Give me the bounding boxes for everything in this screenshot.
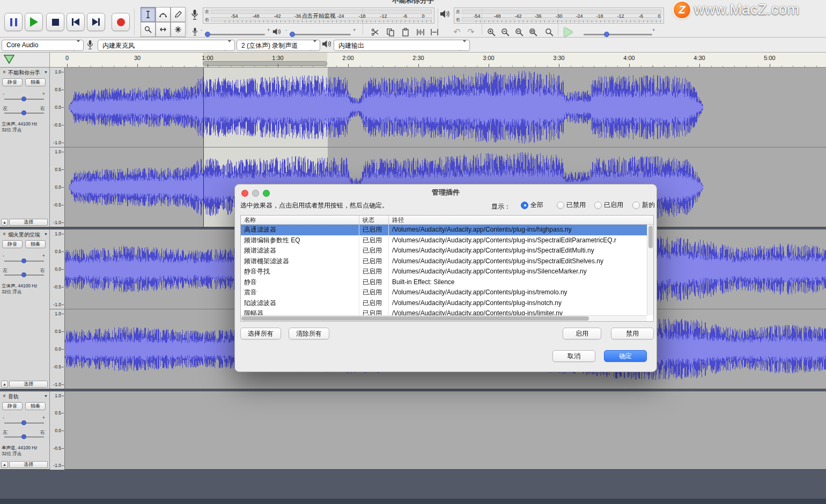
scrollbar-thumb[interactable]	[648, 226, 653, 248]
disable-button[interactable]: 禁用	[611, 328, 654, 339]
plugin-row[interactable]: 频谱滤波器已启用/Volumes/Audacity/Audacity.app/C…	[241, 246, 653, 256]
trim-audio-button[interactable]	[414, 26, 427, 39]
gain-slider[interactable]	[4, 261, 44, 262]
plugin-row[interactable]: 陷波滤波器已启用/Volumes/Audacity/Audacity.app/C…	[241, 298, 653, 309]
track-close-button[interactable]: ×	[2, 231, 7, 237]
slider-thumb[interactable]	[21, 434, 26, 439]
column-header-name[interactable]: 名称	[241, 216, 359, 224]
pan-slider[interactable]	[4, 275, 44, 276]
gain-slider[interactable]	[4, 99, 44, 100]
scrollbar-thumb[interactable]	[241, 316, 589, 321]
table-vertical-scrollbar[interactable]	[647, 225, 653, 315]
undo-button[interactable]: ↶	[451, 26, 463, 39]
mute-button[interactable]: 静音	[2, 402, 23, 410]
slider-thumb[interactable]	[21, 272, 26, 277]
clear-all-button[interactable]: 清除所有	[289, 328, 329, 339]
plugin-row[interactable]: 震音已启用/Volumes/Audacity/Audacity.app/Cont…	[241, 287, 653, 298]
zoom-toggle-button[interactable]	[543, 26, 556, 39]
envelope-tool-button[interactable]	[156, 7, 171, 22]
plugin-row[interactable]: 静音已启用Built-in Effect: Silence	[241, 277, 653, 288]
plugin-row[interactable]: 频谱编辑参数性 EQ已启用/Volumes/Audacity/Audacity.…	[241, 235, 653, 246]
filter-radio-disabled[interactable]: 已禁用	[557, 201, 586, 210]
slider-thumb[interactable]	[21, 420, 26, 425]
pan-slider[interactable]	[4, 436, 44, 438]
collapse-track-button[interactable]: ▲	[1, 381, 8, 388]
play-speed-slider[interactable]	[584, 34, 652, 35]
track-menu-button[interactable]: ▼	[44, 70, 48, 74]
timeline-selection-bar[interactable]	[203, 61, 327, 66]
zoom-in-button[interactable]	[485, 26, 498, 39]
audio-host-select[interactable]: Core Audio	[2, 40, 84, 51]
pan-slider[interactable]	[4, 113, 44, 114]
slider-thumb[interactable]	[21, 97, 26, 101]
playback-meter[interactable]: 左 右 -54-48-42-36-30-24-18-12-60	[454, 8, 664, 24]
solo-button[interactable]: 独奏	[25, 240, 46, 248]
pinned-play-head-button[interactable]	[3, 54, 15, 65]
draw-tool-button[interactable]	[171, 7, 186, 22]
playback-device-select[interactable]: 内建输出	[334, 40, 470, 51]
recording-meter[interactable]: 左 右 点击开始监视 -54-48-42-36-24-18-12-60	[203, 8, 434, 24]
collapse-track-button[interactable]: ▲	[1, 461, 8, 468]
mute-button[interactable]: 静音	[2, 78, 23, 86]
filter-radio-new[interactable]: 新的	[632, 201, 655, 210]
track-close-button[interactable]: ×	[2, 69, 7, 75]
recording-volume-slider[interactable]	[205, 34, 265, 35]
filter-radio-enabled[interactable]: 已启用	[594, 201, 623, 210]
ok-button[interactable]: 确定	[604, 350, 647, 362]
zoom-tool-button[interactable]	[141, 22, 156, 37]
plugin-row[interactable]: 高通滤波器已启用/Volumes/Audacity/Audacity.app/C…	[241, 225, 653, 235]
recording-channels-select[interactable]: 2 (立体声) 录制声道	[237, 40, 320, 51]
track-menu-button[interactable]: ▼	[44, 394, 48, 398]
slider-thumb[interactable]	[604, 32, 609, 37]
select-all-button[interactable]: 选择所有	[240, 328, 281, 339]
track-title[interactable]: 不能和你分手	[8, 69, 41, 77]
cut-button[interactable]	[369, 26, 382, 39]
table-horizontal-scrollbar[interactable]	[241, 315, 647, 321]
select-track-button[interactable]: 选择	[9, 381, 48, 388]
plugin-row[interactable]: 静音寻找已启用/Volumes/Audacity/Audacity.app/Co…	[241, 266, 653, 277]
zoom-out-button[interactable]	[499, 26, 512, 39]
solo-button[interactable]: 独奏	[25, 402, 46, 410]
collapse-track-button[interactable]: ▲	[1, 219, 8, 226]
skip-to-end-button[interactable]	[87, 13, 105, 31]
paste-button[interactable]	[399, 26, 412, 39]
skip-to-start-button[interactable]	[67, 13, 85, 31]
column-header-state[interactable]: 状态	[359, 216, 389, 224]
mute-button[interactable]: 静音	[2, 240, 23, 248]
fit-project-button[interactable]	[527, 26, 540, 39]
track-title[interactable]: 音轨	[8, 393, 41, 401]
plugin-row[interactable]: 频谱棚架滤波器已启用/Volumes/Audacity/Audacity.app…	[241, 256, 653, 267]
timeline-ruler[interactable]: 0301:001:302:002:303:003:304:004:305:00	[50, 53, 826, 67]
recording-device-select[interactable]: 内建麦克风	[98, 40, 235, 51]
slider-thumb[interactable]	[290, 32, 295, 37]
play-at-speed-button[interactable]	[562, 26, 575, 39]
record-button[interactable]	[112, 13, 130, 31]
selection-tool-button[interactable]	[141, 7, 156, 22]
select-track-button[interactable]: 选择	[9, 219, 48, 226]
track-menu-button[interactable]: ▼	[44, 232, 48, 236]
track-close-button[interactable]: ×	[2, 393, 7, 399]
slider-thumb[interactable]	[21, 258, 26, 263]
column-header-path[interactable]: 路径	[389, 216, 653, 224]
stop-button[interactable]	[46, 13, 64, 31]
pause-button[interactable]	[4, 13, 23, 31]
copy-button[interactable]	[384, 26, 397, 39]
slider-thumb[interactable]	[205, 32, 210, 37]
gain-slider[interactable]	[4, 423, 44, 424]
enable-button[interactable]: 启用	[563, 328, 601, 339]
redo-button[interactable]: ↷	[464, 26, 477, 39]
multi-tool-button[interactable]	[171, 22, 186, 37]
playback-volume-slider[interactable]	[290, 34, 351, 35]
cancel-button[interactable]: 取消	[552, 350, 595, 362]
horizontal-scrollbar[interactable]	[0, 499, 826, 504]
select-track-button[interactable]: 选择	[9, 461, 48, 468]
waveform-channel[interactable]	[65, 68, 826, 147]
plugin-row[interactable]: 限幅器已启用/Volumes/Audacity/Audacity.app/Con…	[241, 308, 653, 315]
filter-radio-all[interactable]: 全部	[521, 201, 543, 210]
slider-thumb[interactable]	[21, 110, 26, 115]
solo-button[interactable]: 独奏	[25, 78, 46, 86]
fit-selection-button[interactable]	[513, 26, 526, 39]
track-title[interactable]: 烟火里的尘埃	[8, 231, 41, 239]
play-button[interactable]	[25, 13, 43, 31]
timeshift-tool-button[interactable]	[156, 22, 171, 37]
